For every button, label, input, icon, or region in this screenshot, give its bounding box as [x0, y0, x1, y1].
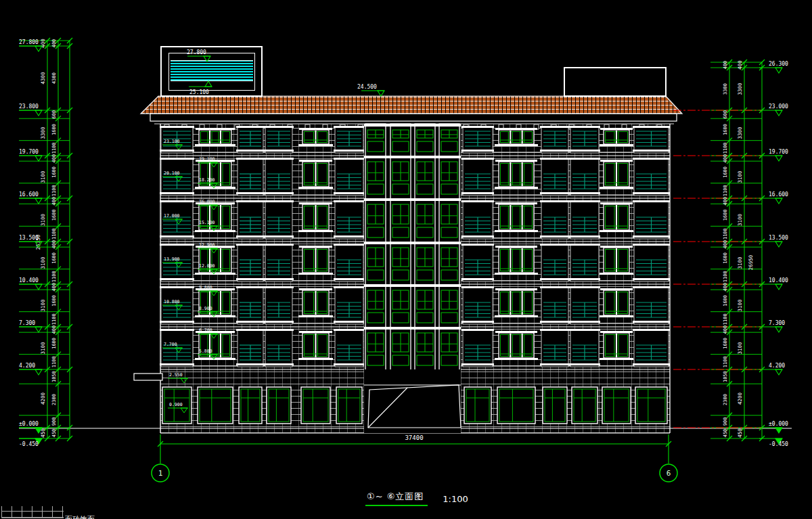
dim-value: 400 — [723, 283, 728, 292]
level-marker-label: 10.400 — [19, 277, 39, 284]
balcony-slab-band — [160, 158, 194, 160]
facade-annotation: 20.100 — [164, 171, 180, 176]
balcony-slab-band — [334, 200, 365, 202]
curtain-spandrel — [392, 141, 409, 152]
level-marker-triangle — [775, 428, 782, 433]
dim-value: 4300 — [51, 72, 57, 84]
balcony-sill-band — [569, 278, 600, 280]
level-marker-label: 25.100 — [189, 89, 209, 95]
balcony-sill-band — [540, 192, 570, 194]
facade-annotation: 16.000 — [199, 199, 215, 204]
balcony-slab-band — [461, 329, 494, 331]
balcony-slab-band — [540, 244, 570, 246]
facade-annotation: 5.800 — [199, 348, 212, 354]
balcony-slab-band — [540, 286, 570, 288]
balcony-sill-band — [160, 363, 194, 365]
balcony-sill-band — [334, 192, 365, 194]
balcony-sill-band — [461, 235, 494, 238]
curtain-slab-band — [364, 198, 461, 201]
facade-annotation: 19.100 — [199, 156, 215, 162]
balcony-sill-band — [236, 192, 265, 194]
curtain-spandrel — [392, 227, 409, 238]
balcony-sill-band — [540, 150, 570, 152]
dim-value: 1600 — [723, 166, 728, 178]
level-marker-triangle — [35, 327, 42, 332]
dim-value: 3100 — [737, 256, 743, 269]
entrance-outline — [368, 385, 461, 428]
material-swatch — [1, 506, 64, 518]
dim-value: 3100 — [40, 342, 46, 355]
dim-value: 1600 — [51, 209, 57, 221]
balcony-slab-band — [236, 200, 265, 202]
dim-value: 400 — [51, 283, 57, 292]
dim-value: 1100 — [51, 228, 57, 240]
balcony-slab-band — [633, 329, 670, 331]
facade-annotation: 15.100 — [199, 220, 215, 225]
curtain-spandrel — [417, 227, 433, 238]
cad-canvas[interactable]: 4004300330031003100310031003100420045040… — [0, 0, 812, 519]
balcony-slab-band — [461, 244, 494, 246]
balcony-slab-band — [633, 244, 670, 246]
level-marker-label: 7.300 — [19, 320, 35, 326]
storefront-window — [198, 387, 233, 424]
balcony-slab-band — [160, 286, 194, 288]
balcony-sill-band — [461, 363, 494, 365]
balcony-slab-band — [540, 329, 570, 331]
balcony-slab-band — [160, 200, 194, 202]
curtain-slab-band — [364, 242, 461, 244]
facade-annotation: 12.900 — [199, 242, 215, 248]
balcony-sill-band — [160, 278, 194, 280]
facade-annotation: 17.000 — [164, 213, 180, 219]
level-marker-label: -0.450 — [19, 441, 39, 447]
level-marker-label: 4.200 — [769, 363, 785, 369]
level-marker-label: ±0.000 — [19, 421, 39, 427]
facade-annotation: 7.700 — [164, 342, 177, 347]
balcony-sill-band — [461, 192, 494, 194]
level-marker-triangle — [775, 284, 782, 290]
curtain-spandrel — [367, 313, 384, 323]
balcony-sill-band — [264, 363, 294, 365]
facade-annotation: 9.800 — [199, 285, 212, 290]
dim-total: 26950 — [748, 254, 754, 270]
dim-value: 4200 — [40, 392, 46, 405]
level-marker-triangle — [775, 110, 782, 116]
roof-fascia — [150, 114, 677, 121]
balcony-slab-band — [569, 200, 600, 202]
facade-annotation-triangle — [181, 378, 187, 383]
balcony-sill-band — [264, 321, 294, 323]
balcony-sill-band — [236, 321, 265, 323]
window-frame — [499, 130, 534, 144]
balcony-sill-band — [540, 235, 570, 238]
balcony-sill-band — [334, 278, 365, 280]
level-marker-label: 16.600 — [19, 191, 39, 198]
drawing-overlay: 4004300330031003100310031003100420045040… — [0, 0, 812, 519]
curtain-spandrel — [367, 184, 384, 194]
dim-value: 3300 — [723, 83, 728, 95]
balcony-sill-band — [334, 150, 365, 152]
dim-value: 1100 — [723, 271, 728, 282]
balcony-slab-band — [540, 200, 570, 202]
curtain-spandrel — [441, 355, 457, 365]
dim-value: 4300 — [40, 72, 46, 85]
balcony-sill-band — [633, 150, 670, 152]
balcony-slab-band — [633, 200, 670, 202]
curtain-spandrel — [367, 227, 384, 238]
level-marker-label: 16.600 — [769, 191, 788, 198]
drawing-title: ①~ ⑥立面图 1:100 — [365, 491, 468, 506]
level-marker-label: -0.450 — [769, 441, 788, 447]
storefront-window — [301, 387, 330, 424]
storefront-window — [635, 387, 667, 424]
curtain-spandrel — [417, 313, 433, 323]
dim-value: 1100 — [51, 142, 57, 154]
dim-value: 400 — [723, 240, 728, 249]
balcony-slab-band — [160, 329, 194, 331]
balcony-slab-band — [461, 286, 494, 288]
dim-value: 3300 — [737, 127, 743, 139]
curtain-spandrel — [441, 313, 457, 323]
balcony-sill-band — [264, 192, 294, 194]
dim-value: 2300 — [723, 394, 728, 405]
curtain-spandrel — [417, 270, 433, 280]
balcony-sill-band — [540, 278, 570, 280]
balcony-slab-band — [461, 200, 494, 202]
dim-value: 900 — [723, 418, 728, 426]
